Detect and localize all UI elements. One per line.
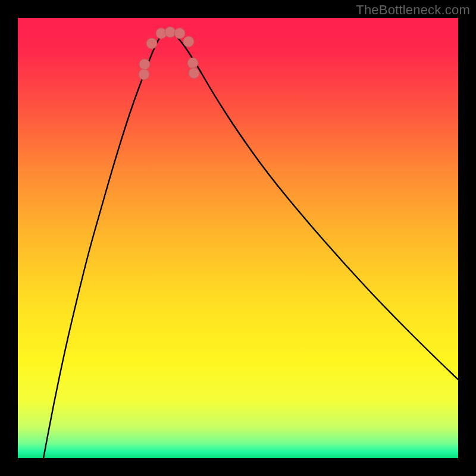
marker-dot <box>139 59 150 70</box>
marker-dot <box>174 28 185 39</box>
marker-dot <box>187 58 198 68</box>
marker-dot <box>146 38 157 49</box>
marker-dot <box>183 36 194 47</box>
marker-dot <box>189 68 199 79</box>
plot-area <box>18 18 458 458</box>
outer-black-frame: TheBottleneck.com <box>0 0 476 476</box>
marker-dot <box>139 69 149 80</box>
gradient-background <box>18 18 458 458</box>
plot-svg <box>18 18 458 458</box>
marker-dot <box>165 27 176 37</box>
watermark-text: TheBottleneck.com <box>356 2 470 18</box>
